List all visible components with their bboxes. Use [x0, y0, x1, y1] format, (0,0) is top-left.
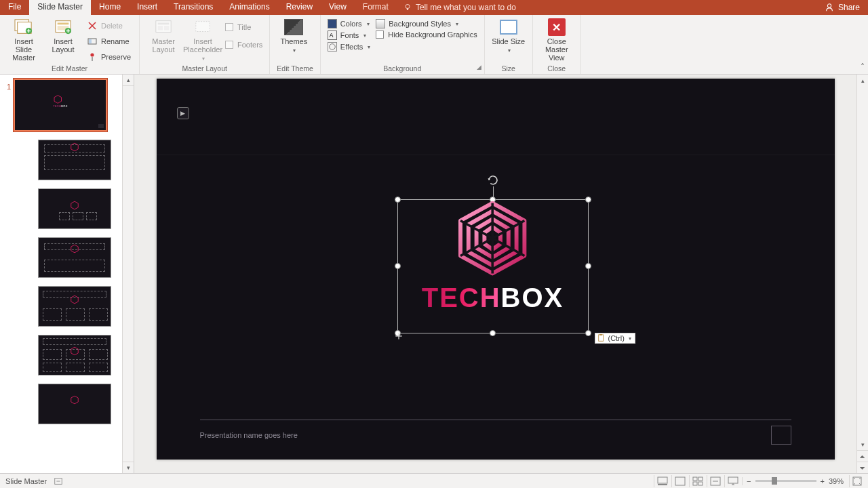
selection-frame[interactable]: TECHBOX ＋ (Ctrl) ▾	[397, 199, 589, 333]
layout-thumbnail-2[interactable]	[38, 188, 111, 229]
tab-insert[interactable]: Insert	[129, 0, 165, 15]
rename-icon	[87, 36, 98, 47]
tab-file[interactable]: File	[0, 0, 29, 15]
group-label-size: Size	[492, 64, 526, 74]
play-icon[interactable]: ▶	[177, 107, 189, 119]
svg-rect-32	[599, 334, 601, 336]
preserve-label: Preserve	[101, 53, 131, 61]
slideshow-view-button[interactable]	[724, 475, 741, 487]
themes-icon	[283, 18, 304, 37]
ribbon: Insert Slide Master Insert Layout Delete…	[0, 15, 868, 75]
insert-layout-button[interactable]: Insert Layout	[46, 16, 80, 54]
tab-format[interactable]: Format	[355, 0, 397, 15]
tab-review[interactable]: Review	[278, 0, 321, 15]
footers-checkbox[interactable]: Footers	[225, 41, 262, 49]
layout-thumbnail-3[interactable]	[38, 237, 111, 278]
title-checkbox-label: Title	[237, 23, 251, 31]
slide-master-canvas[interactable]: ▶	[157, 79, 835, 460]
delete-button[interactable]: Delete	[85, 19, 132, 33]
close-icon: ✕	[546, 18, 568, 37]
zoom-out-button[interactable]: −	[747, 477, 751, 485]
insert-layout-icon	[52, 18, 74, 37]
scroll-down-icon[interactable]: ▾	[857, 439, 868, 450]
hide-background-checkbox[interactable]: Hide Background Graphics	[376, 30, 477, 39]
background-styles-label: Background Styles	[389, 20, 451, 28]
svg-marker-23	[71, 245, 79, 253]
close-master-view-button[interactable]: ✕ Close Master View	[540, 16, 574, 62]
resize-handle[interactable]	[395, 197, 401, 203]
insert-slide-master-label: Insert Slide Master	[7, 37, 41, 62]
collapse-ribbon-button[interactable]: ˄	[857, 15, 868, 74]
resize-handle[interactable]	[395, 263, 401, 269]
slide-number-placeholder[interactable]	[771, 426, 791, 445]
tab-slide-master[interactable]: Slide Master	[29, 0, 91, 15]
svg-text:A: A	[330, 32, 334, 39]
layout-thumbnail-6[interactable]	[38, 384, 111, 424]
fonts-dropdown[interactable]: A Fonts▾	[328, 30, 370, 40]
effects-dropdown[interactable]: Effects▾	[328, 42, 370, 52]
canvas-area: ▶	[134, 75, 868, 473]
footer-placeholder[interactable]: Presentation name goes here	[200, 431, 298, 439]
master-layout-button[interactable]: Master Layout	[146, 16, 180, 54]
scroll-down-icon[interactable]: ▾	[123, 462, 134, 473]
tab-transitions[interactable]: Transitions	[165, 0, 221, 15]
svg-rect-14	[158, 23, 170, 25]
group-edit-theme: Themes▾ Edit Theme	[270, 15, 321, 74]
svg-rect-39	[693, 482, 697, 485]
scroll-up-icon[interactable]: ▴	[857, 75, 868, 86]
title-checkbox[interactable]: Title	[225, 23, 262, 31]
notes-button[interactable]	[654, 475, 670, 487]
rename-button[interactable]: Rename	[85, 35, 132, 48]
colors-dropdown[interactable]: Colors▾	[328, 19, 370, 28]
effects-icon	[328, 42, 337, 52]
svg-rect-36	[675, 477, 685, 485]
group-label-edit-master: Edit Master	[7, 64, 132, 74]
sorter-view-button[interactable]	[689, 475, 705, 487]
insert-placeholder-button[interactable]: Insert Placeholder ▾	[186, 16, 220, 62]
scroll-up-icon[interactable]: ▴	[123, 75, 134, 86]
canvas-scrollbar[interactable]: ▴ ▾ ⏶ ⏷	[856, 75, 868, 473]
accessibility-icon[interactable]	[54, 476, 63, 486]
resize-handle[interactable]	[490, 330, 496, 336]
reading-view-button[interactable]	[707, 475, 723, 487]
resize-handle[interactable]	[585, 263, 591, 269]
resize-handle[interactable]	[585, 197, 591, 203]
thumbnails-scrollbar[interactable]: ▴ ▾	[122, 75, 134, 473]
insert-slide-master-button[interactable]: Insert Slide Master	[7, 16, 41, 62]
themes-button[interactable]: Themes▾	[277, 16, 311, 54]
dialog-launcher-icon[interactable]: ◢	[477, 64, 481, 70]
preserve-button[interactable]: Preserve	[85, 50, 132, 64]
rotate-handle[interactable]	[487, 174, 499, 186]
layout-thumbnail-4[interactable]	[38, 286, 111, 327]
svg-rect-15	[158, 26, 163, 30]
next-slide-icon[interactable]: ⏷	[857, 462, 868, 473]
zoom-slider[interactable]	[755, 480, 816, 482]
layout-thumbnail-1[interactable]	[38, 140, 111, 180]
chevron-down-icon: ▾	[629, 336, 631, 342]
status-bar: Slide Master − + 39%	[0, 473, 868, 488]
tab-view[interactable]: View	[321, 0, 355, 15]
paste-icon	[597, 334, 606, 342]
tab-strip: File Slide Master Home Insert Transition…	[0, 0, 868, 15]
background-styles-dropdown[interactable]: Background Styles▾	[376, 19, 477, 28]
insert-slide-master-icon	[13, 18, 35, 37]
share-button[interactable]: Share	[816, 0, 868, 15]
master-number: 1	[4, 79, 11, 91]
tell-me[interactable]: Tell me what you want to do	[397, 0, 523, 15]
layout-thumbnail-5[interactable]	[38, 335, 111, 375]
slide-size-button[interactable]: Slide Size ▾	[492, 16, 526, 54]
delete-label: Delete	[101, 22, 123, 30]
delete-icon	[87, 20, 98, 31]
tab-animations[interactable]: Animations	[221, 0, 277, 15]
master-thumbnail[interactable]: TECHBOX	[14, 79, 107, 131]
prev-slide-icon[interactable]: ⏶	[857, 450, 868, 462]
svg-rect-31	[598, 335, 603, 341]
zoom-in-button[interactable]: +	[821, 477, 825, 485]
normal-view-button[interactable]	[671, 475, 688, 487]
logo-object[interactable]: TECHBOX	[422, 199, 564, 313]
paste-options-button[interactable]: (Ctrl) ▾	[595, 333, 635, 344]
fit-to-window-button[interactable]	[849, 475, 864, 487]
tab-home[interactable]: Home	[91, 0, 129, 15]
resize-handle[interactable]	[585, 330, 591, 336]
zoom-percent[interactable]: 39%	[829, 477, 844, 485]
